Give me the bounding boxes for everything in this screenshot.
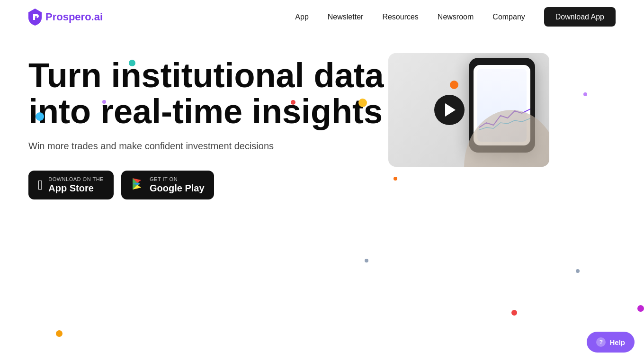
play-triangle-icon <box>445 103 456 117</box>
video-thumbnail <box>388 53 549 167</box>
play-button[interactable] <box>434 95 465 125</box>
nav-link-company[interactable]: Company <box>492 13 525 21</box>
google-play-text: GET IT ON Google Play <box>150 176 205 194</box>
navbar: Prospero.ai App Newsletter Resources New… <box>0 0 644 34</box>
logo[interactable]: Prospero.ai <box>28 9 103 26</box>
app-store-text: Download on the App Store <box>48 176 104 194</box>
logo-icon <box>28 9 42 26</box>
nav-link-resources[interactable]: Resources <box>382 13 418 21</box>
nav-links: App Newsletter Resources Newsroom Compan… <box>295 13 616 21</box>
hero-section: Turn institutional data into real-time i… <box>0 34 644 362</box>
help-icon: ? <box>596 337 606 347</box>
nav-link-app[interactable]: App <box>295 13 308 21</box>
hero-video: Video Product Overview <box>388 53 559 167</box>
help-label: Help <box>609 338 625 346</box>
nav-link-newsroom[interactable]: Newsroom <box>438 13 474 21</box>
app-store-button[interactable]:  Download on the App Store <box>28 171 114 199</box>
store-buttons:  Download on the App Store GE <box>28 171 388 199</box>
hero-content: Turn institutional data into real-time i… <box>28 48 388 199</box>
google-play-button[interactable]: GET IT ON Google Play <box>121 171 214 199</box>
logo-text: Prospero.ai <box>45 11 103 23</box>
google-play-icon <box>131 177 144 193</box>
hero-subtitle: Win more trades and make confident inves… <box>28 141 388 152</box>
nav-link-newsletter[interactable]: Newsletter <box>328 13 364 21</box>
nav-download-app-button[interactable]: Download App <box>544 7 616 27</box>
svg-rect-0 <box>35 16 37 18</box>
video-card[interactable]: Video Product Overview <box>388 53 549 167</box>
apple-icon:  <box>38 179 43 192</box>
help-button[interactable]: ? Help <box>587 332 635 353</box>
hero-title: Turn institutional data into real-time i… <box>28 58 388 129</box>
